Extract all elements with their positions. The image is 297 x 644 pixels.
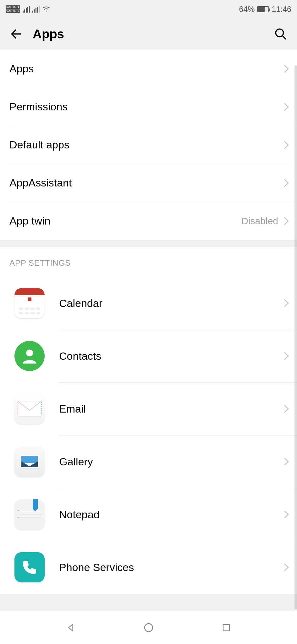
- gallery-icon: [14, 447, 45, 477]
- chevron-right-icon: [281, 563, 289, 571]
- chevron-right-icon: [281, 141, 289, 149]
- row-app-assistant[interactable]: AppAssistant: [0, 164, 297, 202]
- email-icon: [14, 394, 45, 424]
- scroll-indicator[interactable]: [294, 65, 297, 609]
- row-label: App twin: [9, 215, 241, 227]
- status-bar: VoLTE 1 VoLTE 2 64% 11:46: [0, 0, 297, 18]
- chevron-right-icon: [281, 65, 289, 73]
- row-label: Default apps: [9, 139, 282, 151]
- row-label: Apps: [9, 63, 282, 75]
- row-label: Gallery: [59, 456, 282, 468]
- navigation-bar: [0, 611, 297, 644]
- row-gallery[interactable]: Gallery: [0, 435, 297, 488]
- battery-percent: 64%: [239, 5, 255, 14]
- row-label: Calendar: [59, 297, 282, 309]
- wifi-icon: [42, 6, 50, 13]
- battery-icon: [257, 6, 269, 12]
- chevron-right-icon: [281, 405, 289, 413]
- nav-recent-button[interactable]: [219, 621, 233, 635]
- row-status: Disabled: [241, 216, 278, 226]
- volte-icons: VoLTE 1 VoLTE 2: [6, 5, 20, 13]
- svg-point-2: [26, 349, 33, 356]
- contacts-icon: [14, 341, 45, 371]
- signal-2-icon: [32, 6, 40, 13]
- row-phone-services[interactable]: Phone Services: [0, 541, 297, 594]
- row-calendar[interactable]: Calendar: [0, 277, 297, 330]
- chevron-right-icon: [281, 103, 289, 111]
- row-label: Permissions: [9, 101, 282, 113]
- svg-point-6: [145, 624, 153, 632]
- chevron-right-icon: [281, 217, 289, 225]
- row-permissions[interactable]: Permissions: [0, 88, 297, 126]
- nav-back-button[interactable]: [64, 621, 78, 635]
- chevron-right-icon: [281, 510, 289, 518]
- header: Apps: [0, 18, 297, 50]
- search-button[interactable]: [273, 26, 288, 42]
- row-label: Email: [59, 403, 282, 415]
- page-title: Apps: [33, 27, 273, 41]
- row-label: Phone Services: [59, 561, 282, 574]
- row-apps[interactable]: Apps: [0, 50, 297, 88]
- chevron-right-icon: [281, 299, 289, 307]
- row-label: AppAssistant: [9, 177, 282, 189]
- chevron-right-icon: [281, 352, 289, 360]
- calendar-icon: [14, 288, 45, 318]
- chevron-right-icon: [281, 179, 289, 187]
- back-button[interactable]: [9, 26, 24, 42]
- row-label: Notepad: [59, 508, 282, 521]
- clock: 11:46: [272, 5, 291, 14]
- section-title-app-settings: APP SETTINGS: [0, 247, 297, 277]
- svg-rect-3: [18, 401, 41, 416]
- svg-rect-7: [223, 625, 229, 631]
- signal-1-icon: [23, 6, 30, 13]
- chevron-right-icon: [281, 458, 289, 465]
- notepad-icon: [14, 499, 45, 530]
- row-contacts[interactable]: Contacts: [0, 330, 297, 382]
- row-label: Contacts: [59, 350, 282, 362]
- svg-line-1: [282, 36, 286, 39]
- row-default-apps[interactable]: Default apps: [0, 126, 297, 164]
- row-notepad[interactable]: Notepad: [0, 488, 297, 541]
- row-app-twin[interactable]: App twin Disabled: [0, 202, 297, 240]
- nav-home-button[interactable]: [142, 621, 156, 635]
- row-email[interactable]: Email: [0, 382, 297, 435]
- phone-icon: [14, 552, 45, 582]
